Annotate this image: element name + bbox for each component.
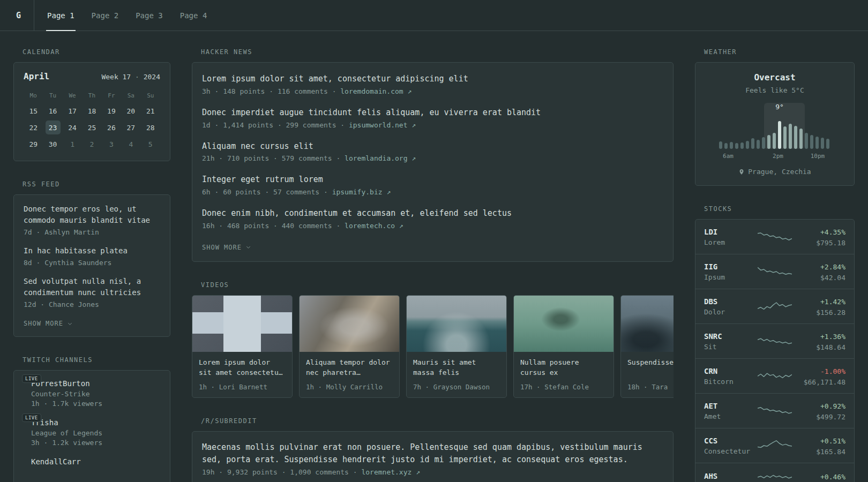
video-title: Nullam posuere cursus ex xyxy=(520,357,607,378)
twitch-channel-name: Trisha xyxy=(31,418,102,427)
stock-sparkline xyxy=(758,470,792,482)
weather-bar xyxy=(821,138,824,149)
video-thumbnail xyxy=(514,296,613,352)
hn-item-title[interactable]: Lorem ipsum dolor sit amet, consectetur … xyxy=(202,73,663,85)
stock-row[interactable]: AETAmet +0.92%$499.72 xyxy=(695,393,854,428)
stock-name: Bitcorn xyxy=(704,378,758,386)
calendar-day-header: We xyxy=(63,88,82,102)
calendar-day-next-month: 2 xyxy=(82,136,101,152)
hn-item-domain-link[interactable]: loremdomain.com xyxy=(340,87,403,95)
weather-widget: Overcast Feels like 5°C 9° 6am 2pm 10pm … xyxy=(695,62,855,186)
weather-bar xyxy=(789,124,792,149)
video-card[interactable]: Aliquam tempor dolor nec pharetra… 1h · … xyxy=(299,295,400,398)
stock-row[interactable]: SNRCSit +1.36%$148.64 xyxy=(695,323,854,358)
hn-item: Donec imperdiet augue tincidunt felis al… xyxy=(202,107,663,129)
stock-row[interactable]: LDILorem +4.35%$795.18 xyxy=(695,220,854,254)
tab-page-3[interactable]: Page 3 xyxy=(134,0,164,31)
reddit-post-meta: 19h · 9,932 points · 1,090 comments · lo… xyxy=(202,468,663,476)
weather-bar xyxy=(751,138,754,149)
weather-current-temp: 9° xyxy=(775,103,784,111)
video-card[interactable]: Mauris sit amet massa felis 7h · Grayson… xyxy=(406,295,507,398)
external-link-icon: ↗ xyxy=(408,87,412,95)
stock-ticker: AHS xyxy=(704,472,758,480)
stock-name: Amet xyxy=(704,412,758,420)
dashboard-content: CALENDAR April Week 17 · 2024 Mo Tu We T… xyxy=(0,31,868,482)
twitch-channel-row[interactable]: LIVE ForrestBurton Counter-Strike 1h · 1… xyxy=(24,379,160,408)
section-title-weather: WEATHER xyxy=(704,48,855,56)
rss-item-title[interactable]: Sed volutpat nulla nisl, a condimentum n… xyxy=(24,276,160,298)
stock-row[interactable]: CRNBitcorn -1.00%$66,171.48 xyxy=(695,358,854,393)
rss-show-more-button[interactable]: SHOW MORE xyxy=(24,320,73,327)
stock-row[interactable]: AHS +0.46% xyxy=(695,463,854,482)
video-title: Lorem ipsum dolor sit amet consectetu… xyxy=(199,357,286,378)
video-card[interactable]: Lorem ipsum dolor sit amet consectetu… 1… xyxy=(192,295,293,398)
video-meta: 18h · Tara xyxy=(627,383,674,391)
weather-bar xyxy=(746,141,749,149)
rss-item-title[interactable]: Donec tempor eros leo, ut commodo mauris… xyxy=(24,204,160,226)
hn-item-domain-link[interactable]: ipsumworld.net xyxy=(349,121,408,129)
weather-bars xyxy=(719,121,830,149)
middle-column: HACKER NEWS Lorem ipsum dolor sit amet, … xyxy=(192,48,674,482)
twitch-channel-row[interactable]: LIVE Trisha League of Legends 3h · 1.2k … xyxy=(24,418,160,447)
calendar-day: 26 xyxy=(102,119,121,135)
stock-row[interactable]: DBSDolor +1.42%$156.28 xyxy=(695,289,854,323)
weather-hour-labels: 6am 2pm 10pm xyxy=(719,153,830,161)
top-nav: G Page 1 Page 2 Page 3 Page 4 xyxy=(0,0,868,31)
hackernews-section: HACKER NEWS Lorem ipsum dolor sit amet, … xyxy=(192,48,674,262)
video-title: Aliquam tempor dolor nec pharetra… xyxy=(306,357,393,378)
calendar-header: April Week 17 · 2024 xyxy=(24,71,160,81)
weather-bar xyxy=(735,143,738,149)
app-logo[interactable]: G xyxy=(16,0,34,31)
hn-item: Donec enim nibh, condimentum et accumsan… xyxy=(202,208,663,230)
stock-change: -1.00% xyxy=(820,367,845,375)
external-link-icon: ↗ xyxy=(386,188,391,196)
tab-page-2[interactable]: Page 2 xyxy=(91,0,120,31)
calendar-separator: · xyxy=(135,73,139,81)
reddit-domain-link[interactable]: loremnet.xyz xyxy=(361,468,411,476)
weather-hour-label: 2pm xyxy=(773,153,783,160)
calendar-day: 27 xyxy=(121,119,140,135)
stock-row[interactable]: IIGIpsum +2.84%$42.04 xyxy=(695,254,854,289)
hn-item: Integer eget rutrum lorem 6h · 60 points… xyxy=(202,174,663,196)
stock-name: Ipsum xyxy=(704,273,758,281)
stock-ticker: LDI xyxy=(704,228,758,236)
reddit-post-title[interactable]: Maecenas mollis pulvinar erat non posuer… xyxy=(202,441,663,466)
stock-change: +0.92% xyxy=(820,402,845,410)
twitch-channel-row[interactable]: KendallCarr xyxy=(24,457,160,466)
tab-page-4[interactable]: Page 4 xyxy=(179,0,208,31)
weather-condition: Overcast xyxy=(705,72,844,82)
weather-bar xyxy=(810,135,813,149)
hackernews-widget: Lorem ipsum dolor sit amet, consectetur … xyxy=(192,62,674,262)
hn-item-domain-link[interactable]: loremtech.co xyxy=(345,222,395,230)
videos-row: Lorem ipsum dolor sit amet consectetu… 1… xyxy=(192,295,674,398)
rss-item-title[interactable]: In hac habitasse platea xyxy=(24,245,160,257)
twitch-channel-game: Counter-Strike xyxy=(31,390,102,398)
live-badge: LIVE xyxy=(22,374,41,383)
hn-item-title[interactable]: Donec enim nibh, condimentum et accumsan… xyxy=(202,208,663,220)
external-link-icon: ↗ xyxy=(411,121,416,129)
calendar-day-next-month: 3 xyxy=(102,136,121,152)
hn-item-title[interactable]: Aliquam nec cursus elit xyxy=(202,141,663,153)
tab-page-1[interactable]: Page 1 xyxy=(46,0,76,31)
video-card[interactable]: Nullam posuere cursus ex 17h · Stefan Co… xyxy=(513,295,614,398)
calendar-year: 2024 xyxy=(144,73,160,81)
calendar-day-next-month: 4 xyxy=(121,136,140,152)
hn-item-domain-link[interactable]: loremlandia.org xyxy=(345,154,407,162)
hn-item-domain-link[interactable]: ipsumify.biz xyxy=(332,188,383,196)
weather-bar xyxy=(767,135,770,149)
video-card[interactable]: Suspendisse diam 18h · Tara xyxy=(620,295,674,398)
hn-item-title[interactable]: Integer eget rutrum lorem xyxy=(202,174,663,186)
weather-bar xyxy=(794,126,797,149)
stock-row[interactable]: CCSConsectetur +0.51%$165.84 xyxy=(695,428,854,463)
calendar-day-header: Tu xyxy=(43,88,62,102)
calendar-day: 22 xyxy=(24,119,43,135)
stock-price: $165.84 xyxy=(792,448,845,456)
calendar-grid: Mo Tu We Th Fr Sa Su 15 16 17 18 19 20 2… xyxy=(24,88,160,152)
hn-show-more-button[interactable]: SHOW MORE xyxy=(202,244,251,251)
calendar-day-next-month: 1 xyxy=(63,136,82,152)
video-thumbnail xyxy=(407,296,506,352)
external-link-icon: ↗ xyxy=(399,222,403,230)
hn-item-title[interactable]: Donec imperdiet augue tincidunt felis al… xyxy=(202,107,663,119)
hn-item: Aliquam nec cursus elit 21h · 710 points… xyxy=(202,141,663,163)
section-title-hackernews: HACKER NEWS xyxy=(201,48,674,56)
